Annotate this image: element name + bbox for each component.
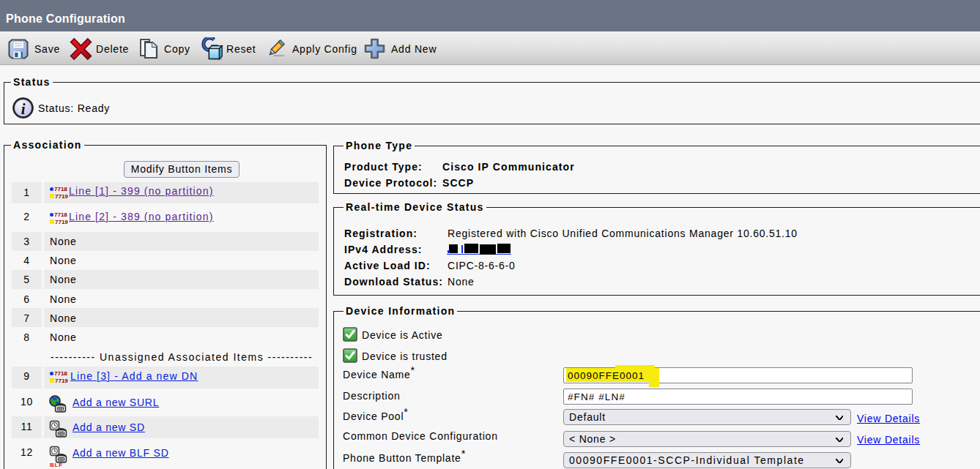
svg-text:BLF: BLF [50,462,63,468]
svg-text:i: i [21,100,26,118]
